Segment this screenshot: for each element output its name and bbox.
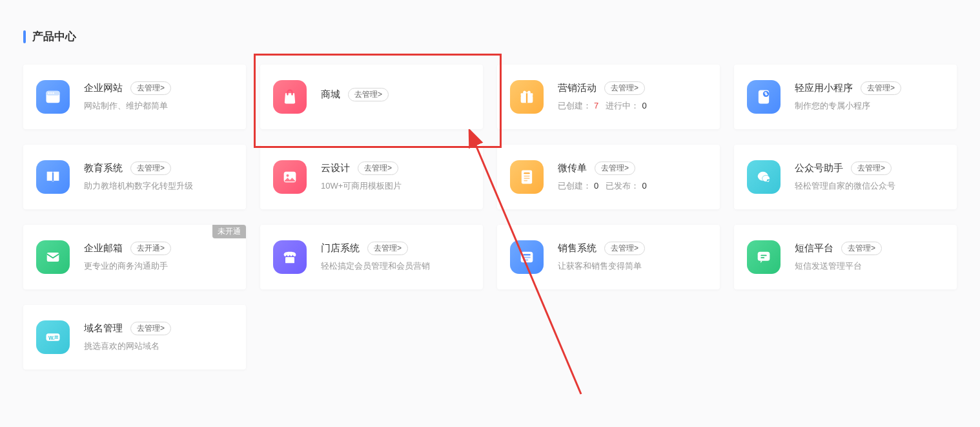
shopping-bag-icon	[273, 80, 307, 114]
card-title: 云设计	[321, 162, 350, 174]
manage-button[interactable]: 去管理>	[367, 242, 408, 255]
card-wechat-assistant[interactable]: 公众号助手 去管理> 轻松管理自家的微信公众号	[734, 145, 957, 209]
card-enterprise-website[interactable]: 企业网站 去管理> 网站制作、维护都简单	[23, 65, 246, 129]
card-desc: 制作您的专属小程序	[795, 100, 944, 112]
svg-rect-12	[522, 171, 532, 184]
card-title: 教育系统	[84, 162, 123, 174]
manage-button[interactable]: 去管理>	[358, 161, 398, 175]
card-title: 域名管理	[84, 322, 123, 335]
card-title: 企业网站	[84, 82, 123, 94]
manage-button[interactable]: 去管理>	[604, 242, 645, 255]
svg-rect-31	[54, 336, 58, 337]
svg-rect-7	[526, 93, 527, 103]
card-title: 门店系统	[321, 242, 360, 255]
svg-rect-25	[523, 260, 528, 261]
card-desc: 网站制作、维护都简单	[84, 100, 233, 112]
section-title: 产品中心	[32, 29, 76, 44]
svg-rect-21	[285, 257, 294, 263]
activate-button[interactable]: 去开通>	[130, 242, 171, 255]
stat-label: 已创建：	[558, 181, 591, 191]
svg-rect-26	[758, 252, 770, 261]
svg-point-4	[52, 92, 54, 94]
card-mini-program[interactable]: 轻应用小程序 去管理> 制作您的专属小程序	[734, 65, 957, 129]
svg-rect-20	[47, 253, 59, 262]
card-desc: 助力教培机构数字化转型升级	[84, 180, 233, 192]
manage-button[interactable]: 去管理>	[595, 161, 635, 175]
card-desc: 短信发送管理平台	[795, 260, 944, 272]
stat-label: 已创建：	[558, 101, 591, 110]
mini-program-icon	[747, 80, 781, 114]
card-desc: 轻松搞定会员管理和会员营销	[321, 260, 470, 272]
card-title: 营销活动	[558, 82, 597, 94]
image-icon	[273, 160, 307, 194]
card-desc: 挑选喜欢的网站域名	[84, 340, 233, 352]
svg-point-3	[50, 92, 52, 94]
status-tag: 未开通	[212, 225, 246, 238]
card-wei-flyer[interactable]: 微传单 去管理> 已创建：0 已发布：0	[497, 145, 720, 209]
svg-point-11	[287, 174, 289, 177]
card-cloud-design[interactable]: 云设计 去管理> 10W+可商用模板图片	[260, 145, 483, 209]
domain-icon: W.	[36, 320, 70, 354]
card-title: 微传单	[558, 162, 587, 174]
manage-button[interactable]: 去管理>	[348, 88, 389, 101]
card-title: 商城	[321, 89, 340, 101]
store-icon	[273, 240, 307, 274]
card-sales-system[interactable]: 销售系统 去管理> 让获客和销售变得简单	[497, 225, 720, 289]
list-icon	[510, 240, 544, 274]
svg-rect-14	[524, 176, 529, 177]
card-domain-management[interactable]: W. 域名管理 去管理> 挑选喜欢的网站域名	[23, 305, 246, 370]
card-mall[interactable]: 商城 去管理>	[260, 65, 483, 129]
section-header: 产品中心	[23, 29, 957, 44]
card-desc: 更专业的商务沟通助手	[84, 260, 233, 272]
gift-icon	[510, 80, 544, 114]
svg-rect-13	[524, 172, 529, 174]
svg-rect-28	[761, 257, 764, 258]
stat-label: 已发布：	[606, 181, 639, 191]
svg-rect-24	[523, 256, 531, 258]
card-enterprise-mail[interactable]: 未开通 企业邮箱 去开通> 更专业的商务沟通助手	[23, 225, 246, 289]
manage-button[interactable]: 去管理>	[130, 322, 171, 335]
window-icon	[36, 80, 70, 114]
card-desc: 10W+可商用模板图片	[321, 180, 470, 192]
manage-button[interactable]: 去管理>	[841, 242, 882, 255]
card-desc: 轻松管理自家的微信公众号	[795, 180, 944, 192]
svg-point-2	[48, 92, 49, 94]
card-title: 短信平台	[795, 242, 833, 255]
card-title: 企业邮箱	[84, 242, 123, 255]
manage-button[interactable]: 去管理>	[604, 81, 645, 95]
card-title: 轻应用小程序	[795, 82, 853, 94]
svg-rect-27	[761, 255, 766, 256]
wechat-icon	[747, 160, 781, 194]
stat-value: 0	[642, 181, 646, 191]
card-sms-platform[interactable]: 短信平台 去管理> 短信发送管理平台	[734, 225, 957, 289]
message-icon	[747, 240, 781, 274]
card-title: 销售系统	[558, 242, 597, 255]
stat-value: 0	[594, 181, 598, 191]
card-stats: 已创建：0 已发布：0	[558, 180, 707, 192]
card-education[interactable]: 教育系统 去管理> 助力教培机构数字化转型升级	[23, 145, 246, 209]
stat-value: 0	[642, 101, 646, 110]
flyer-icon	[510, 160, 544, 194]
stat-value: 7	[594, 101, 598, 110]
card-desc: 让获客和销售变得简单	[558, 260, 707, 272]
svg-text:W.: W.	[48, 335, 55, 341]
svg-rect-16	[524, 180, 527, 182]
card-marketing[interactable]: 营销活动 去管理> 已创建：7 进行中：0	[497, 65, 720, 129]
manage-button[interactable]: 去管理>	[861, 81, 901, 95]
book-icon	[36, 160, 70, 194]
manage-button[interactable]: 去管理>	[130, 81, 171, 95]
manage-button[interactable]: 去管理>	[851, 161, 892, 175]
svg-rect-15	[524, 178, 529, 179]
product-grid: 企业网站 去管理> 网站制作、维护都简单 商城 去管理>	[23, 65, 957, 370]
header-accent-bar	[23, 30, 26, 43]
svg-rect-32	[54, 338, 58, 339]
card-title: 公众号助手	[795, 162, 843, 174]
svg-rect-23	[523, 254, 531, 255]
mail-icon	[36, 240, 70, 274]
manage-button[interactable]: 去管理>	[130, 161, 171, 175]
stat-label: 进行中：	[606, 101, 639, 110]
card-store-system[interactable]: 门店系统 去管理> 轻松搞定会员管理和会员营销	[260, 225, 483, 289]
card-stats: 已创建：7 进行中：0	[558, 100, 707, 112]
